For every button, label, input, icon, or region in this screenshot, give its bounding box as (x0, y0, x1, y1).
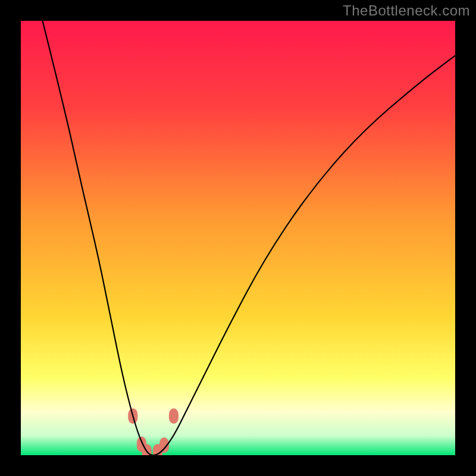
bottleneck-chart (21, 21, 455, 455)
curve-marker (169, 408, 178, 424)
gradient-background (21, 21, 455, 455)
watermark-text: TheBottleneck.com (343, 2, 470, 19)
chart-frame: TheBottleneck.com (0, 0, 476, 476)
plot-area (21, 21, 455, 455)
